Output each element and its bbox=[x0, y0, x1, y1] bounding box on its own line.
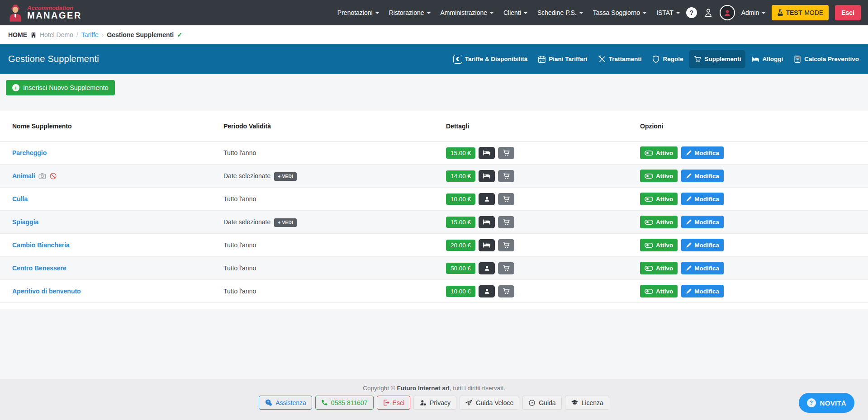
new-supplement-button[interactable]: + Inserisci Nuovo Supplemento bbox=[6, 80, 115, 95]
attivo-label: Attivo bbox=[656, 196, 673, 203]
supplement-link[interactable]: Centro Benessere bbox=[12, 264, 66, 272]
camera-icon[interactable] bbox=[38, 172, 46, 180]
supplement-link[interactable]: Animali bbox=[12, 172, 35, 179]
menu-prenotazioni[interactable]: Prenotazioni bbox=[337, 9, 379, 16]
attivo-button[interactable]: Attivo bbox=[640, 239, 678, 251]
attivo-label: Attivo bbox=[656, 288, 673, 295]
exit-icon bbox=[383, 399, 389, 406]
footer-0585-811607-button[interactable]: 0585 811607 bbox=[315, 396, 374, 410]
menu-label: Amministrazione bbox=[441, 9, 487, 16]
footer-guida-button[interactable]: ?Guida bbox=[522, 396, 561, 410]
cell-opzioni: AttivoModifica bbox=[640, 262, 868, 274]
menu-schedine-p-s[interactable]: Schedine P.S. bbox=[537, 9, 583, 16]
test-mode-button[interactable]: TEST MODE bbox=[772, 5, 829, 20]
modifica-button[interactable]: Modifica bbox=[681, 239, 724, 251]
help-circle-icon[interactable]: ? bbox=[686, 7, 697, 18]
footer-privacy-button[interactable]: Privacy bbox=[413, 396, 456, 410]
utensils-icon bbox=[598, 55, 606, 63]
chevron-down-icon bbox=[579, 12, 583, 14]
cell-nome: Centro Benessere bbox=[12, 264, 223, 272]
chevron-down-icon bbox=[375, 12, 379, 14]
supplement-link[interactable]: Parcheggio bbox=[12, 149, 47, 156]
footer-button-label: Privacy bbox=[430, 399, 451, 406]
cart-icon bbox=[502, 218, 510, 226]
cart-icon bbox=[502, 241, 510, 249]
modifica-button[interactable]: Modifica bbox=[681, 285, 724, 297]
attivo-label: Attivo bbox=[656, 219, 673, 226]
modifica-button[interactable]: Modifica bbox=[681, 193, 724, 205]
breadcrumb-home[interactable]: HOME bbox=[8, 31, 27, 38]
attivo-label: Attivo bbox=[656, 265, 673, 272]
tab-tariffe-disponibilit[interactable]: €Tariffe & Disponibilità bbox=[449, 50, 532, 69]
menu-label: ISTAT bbox=[656, 9, 674, 16]
attivo-button[interactable]: Attivo bbox=[640, 285, 678, 297]
attivo-label: Attivo bbox=[656, 242, 673, 249]
modifica-button[interactable]: Modifica bbox=[681, 146, 724, 159]
price-badge: 15.00 € bbox=[446, 217, 475, 228]
bed-badge bbox=[479, 147, 495, 159]
footer-esci-button[interactable]: Esci bbox=[377, 396, 410, 410]
logout-button[interactable]: Esci bbox=[835, 5, 861, 20]
vedi-badge[interactable]: + VEDI bbox=[274, 172, 297, 181]
bellhop-icon bbox=[7, 4, 24, 22]
attivo-button[interactable]: Attivo bbox=[640, 262, 678, 274]
footer-licenza-button[interactable]: Licenza bbox=[565, 396, 609, 410]
attivo-button[interactable]: Attivo bbox=[640, 170, 678, 182]
user-icon[interactable] bbox=[703, 8, 713, 18]
cell-periodo: Date selezionate+ VEDI bbox=[223, 172, 446, 180]
supplement-link[interactable]: Aperitivo di benvenuto bbox=[12, 288, 81, 295]
menu-tassa-soggiorno[interactable]: Tassa Soggiorno bbox=[593, 9, 646, 16]
pencil-icon bbox=[686, 265, 692, 271]
cell-dettagli: 10.00 € bbox=[446, 193, 640, 205]
period-label: Date selezionate bbox=[223, 218, 270, 226]
price-badge: 15.00 € bbox=[446, 147, 475, 159]
tab-label: Regole bbox=[663, 56, 683, 62]
table-row: Cambio BiancheriaTutto l'anno20.00 €Atti… bbox=[0, 234, 868, 257]
menu-clienti[interactable]: Clienti bbox=[503, 9, 527, 16]
table-row: Centro BenessereTutto l'anno50.00 €Attiv… bbox=[0, 257, 868, 280]
brand-logo[interactable]: Accommodation MANAGER bbox=[7, 4, 82, 22]
breadcrumb-tariffe[interactable]: Tariffe bbox=[81, 31, 99, 38]
person-icon bbox=[484, 196, 490, 203]
license-icon bbox=[571, 399, 579, 406]
tab-piani-tariffari[interactable]: Piani Tariffari bbox=[533, 50, 592, 68]
cell-opzioni: AttivoModifica bbox=[640, 285, 868, 297]
menu-label: Schedine P.S. bbox=[537, 9, 577, 16]
tab-regole[interactable]: Regole bbox=[647, 50, 688, 68]
footer-assistenza-button[interactable]: ?Assistenza bbox=[259, 396, 312, 410]
attivo-button[interactable]: Attivo bbox=[640, 216, 678, 228]
tab-alloggi[interactable]: Alloggi bbox=[747, 50, 787, 68]
check-icon: ✓ bbox=[177, 31, 182, 38]
cell-opzioni: AttivoModifica bbox=[640, 170, 868, 182]
admin-menu[interactable]: Admin bbox=[741, 9, 766, 16]
modifica-button[interactable]: Modifica bbox=[681, 262, 724, 274]
toggle-icon bbox=[645, 288, 653, 294]
cell-nome: Culla bbox=[12, 195, 223, 203]
tab-trattamenti[interactable]: Trattamenti bbox=[593, 50, 646, 68]
ban-icon[interactable] bbox=[49, 172, 57, 180]
test-mode-regular: MODE bbox=[804, 9, 823, 16]
supplements-table: Nome Supplemento Periodo Validità Dettag… bbox=[0, 111, 868, 309]
tab-calcola-preventivo[interactable]: Calcola Preventivo bbox=[789, 50, 863, 68]
supplement-link[interactable]: Culla bbox=[12, 195, 28, 203]
cell-opzioni: AttivoModifica bbox=[640, 146, 868, 159]
plus-circle-icon: + bbox=[12, 84, 19, 91]
supplement-link[interactable]: Cambio Biancheria bbox=[12, 241, 70, 249]
col-dettagli: Dettagli bbox=[446, 123, 640, 130]
menu-label: Ristorazione bbox=[389, 9, 424, 16]
supplement-link[interactable]: Spiaggia bbox=[12, 218, 38, 226]
menu-istat[interactable]: ISTAT bbox=[656, 9, 680, 16]
modifica-button[interactable]: Modifica bbox=[681, 170, 724, 182]
tab-supplementi[interactable]: Supplementi bbox=[689, 50, 745, 68]
attivo-button[interactable]: Attivo bbox=[640, 193, 678, 205]
cell-dettagli: 14.00 € bbox=[446, 170, 640, 182]
avatar[interactable] bbox=[720, 5, 735, 20]
modifica-button[interactable]: Modifica bbox=[681, 216, 724, 228]
novita-button[interactable]: ? NOVITÀ bbox=[799, 393, 854, 413]
menu-amministrazione[interactable]: Amministrazione bbox=[441, 9, 493, 16]
footer-guida-veloce-button[interactable]: Guida Veloce bbox=[460, 396, 519, 410]
euro-icon: € bbox=[453, 55, 462, 64]
vedi-badge[interactable]: + VEDI bbox=[274, 218, 297, 227]
attivo-button[interactable]: Attivo bbox=[640, 146, 678, 159]
menu-ristorazione[interactable]: Ristorazione bbox=[389, 9, 431, 16]
